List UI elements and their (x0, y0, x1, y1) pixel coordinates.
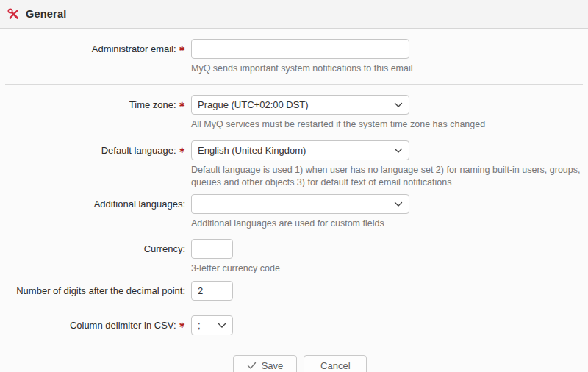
form-row-admin-email: Administrator email:✱ MyQ sends importan… (0, 39, 588, 75)
required-marker: ✱ (179, 146, 185, 154)
admin-email-help: MyQ sends important system notifications… (191, 62, 413, 75)
group-csv: Column delimiter in CSV:✱ ; Save Cancel (0, 310, 588, 372)
admin-email-label-cell: Administrator email:✱ (0, 39, 185, 54)
chevron-down-icon (394, 148, 403, 154)
csv-delimiter-label: Column delimiter in CSV: (70, 320, 176, 331)
default-language-value: English (United Kingdom) (198, 145, 306, 156)
additional-languages-help: Additional languages are used for custom… (191, 218, 409, 230)
currency-help: 3-letter currency code (191, 262, 280, 275)
currency-label: Currency: (144, 243, 185, 254)
group-localization: Time zone:✱ Prague (UTC+02:00 DST) All M… (0, 85, 588, 310)
currency-input[interactable] (191, 239, 233, 259)
additional-languages-label-cell: Additional languages: (0, 194, 185, 210)
decimal-digits-label: Number of digits after the decimal point… (16, 285, 185, 296)
form-actions: Save Cancel (0, 355, 588, 372)
csv-delimiter-label-cell: Column delimiter in CSV:✱ (0, 315, 185, 331)
time-zone-label: Time zone: (129, 99, 176, 110)
form-row-time-zone: Time zone:✱ Prague (UTC+02:00 DST) All M… (0, 95, 588, 131)
form-row-decimal-digits: Number of digits after the decimal point… (0, 281, 588, 301)
additional-languages-select[interactable] (191, 194, 409, 214)
page-title: General (26, 8, 66, 20)
decimal-digits-label-cell: Number of digits after the decimal point… (0, 281, 185, 296)
required-marker: ✱ (179, 321, 185, 329)
required-marker: ✱ (179, 45, 185, 53)
form-row-default-language: Default language:✱ English (United Kingd… (0, 140, 588, 189)
currency-label-cell: Currency: (0, 239, 185, 254)
group-administrator: Administrator email:✱ MyQ sends importan… (0, 29, 588, 84)
chevron-down-icon (218, 323, 226, 329)
tools-icon (7, 8, 20, 21)
admin-email-label: Administrator email: (92, 43, 176, 54)
time-zone-value: Prague (UTC+02:00 DST) (198, 99, 309, 110)
default-language-help: Default language is used 1) when user ha… (191, 164, 586, 189)
checkmark-icon (247, 362, 257, 370)
form-row-csv-delimiter: Column delimiter in CSV:✱ ; (0, 315, 588, 335)
general-settings-page: General Administrator email:✱ MyQ sends … (0, 0, 588, 372)
admin-email-input[interactable] (191, 39, 409, 59)
time-zone-select[interactable]: Prague (UTC+02:00 DST) (191, 95, 409, 115)
default-language-label: Default language: (101, 145, 176, 156)
cancel-button-label: Cancel (320, 360, 350, 371)
decimal-digits-input[interactable] (191, 281, 233, 301)
time-zone-label-cell: Time zone:✱ (0, 95, 185, 110)
default-language-label-cell: Default language:✱ (0, 140, 185, 156)
chevron-down-icon (394, 102, 403, 108)
section-header: General (0, 0, 588, 29)
required-marker: ✱ (179, 101, 185, 109)
csv-delimiter-select[interactable]: ; (191, 315, 233, 335)
form-row-additional-languages: Additional languages: Additional languag… (0, 194, 588, 230)
time-zone-help: All MyQ services must be restarted if th… (191, 118, 485, 131)
default-language-select[interactable]: English (United Kingdom) (191, 140, 409, 160)
form-row-currency: Currency: 3-letter currency code (0, 239, 588, 275)
save-button-label: Save (262, 360, 284, 371)
csv-delimiter-value: ; (198, 320, 201, 331)
chevron-down-icon (394, 201, 403, 207)
cancel-button[interactable]: Cancel (304, 355, 367, 372)
additional-languages-label: Additional languages: (94, 198, 185, 210)
save-button[interactable]: Save (233, 355, 298, 372)
